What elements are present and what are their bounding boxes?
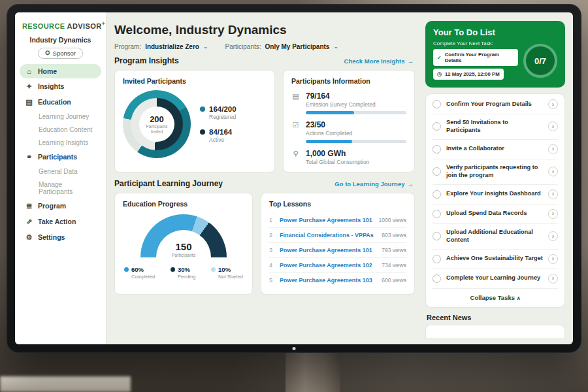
nav-item-label: Home [38, 67, 57, 75]
sidebar-item-take-action[interactable]: ⇗ Take Action [20, 214, 101, 229]
lesson-link[interactable]: Power Purchase Agreements 103 [280, 277, 376, 284]
sidebar-item-general-data[interactable]: General Data [20, 165, 101, 178]
chevron-right-icon[interactable]: › [548, 209, 558, 219]
stat-value: 23/50 [306, 120, 406, 129]
donut-center-label: Participants Invited [144, 124, 170, 135]
stat-label: Actions Completed [306, 130, 406, 137]
task-confirm-program-details[interactable]: Confirm Your Program Details › [433, 95, 558, 114]
lesson-link[interactable]: Power Purchase Agreements 101 [280, 217, 373, 223]
sidebar-item-participants[interactable]: ⚭ Participants [20, 150, 101, 165]
lesson-link[interactable]: Power Purchase Agreements 102 [280, 262, 376, 269]
task-checkbox[interactable] [433, 145, 441, 154]
sidebar-item-program[interactable]: ≣ Program [20, 199, 101, 214]
sidebar-item-education[interactable]: ▤ Education [20, 95, 101, 110]
chevron-right-icon[interactable]: › [548, 144, 558, 154]
filters-row: Program: Industrialize Zero ⌄ Participan… [114, 43, 415, 50]
nav-item-label: Manage Participants [39, 181, 96, 195]
gauge-center: 150 Participants [140, 242, 227, 257]
sidebar-item-learning-insights[interactable]: Learning Insights [20, 137, 101, 149]
task-complete-learning-journey[interactable]: Complete Your Learning Journey › [433, 269, 558, 288]
location-pin-icon: ⚲ [291, 150, 300, 165]
learning-journey-header: Participant Learning Journey Go to Learn… [114, 179, 414, 188]
go-to-learning-journey-link[interactable]: Go to Learning Journey → [335, 180, 414, 188]
sidebar-item-education-content[interactable]: Education Content [20, 123, 101, 136]
task-checkbox[interactable] [433, 100, 441, 108]
task-verify-participants[interactable]: Verify participants requesting to join t… [433, 159, 558, 185]
progress-bar [306, 140, 406, 143]
task-upload-spend-data[interactable]: Upload Spend Data Records › [433, 204, 558, 224]
legend-label: Not Started [211, 274, 243, 280]
legend-label: Active [209, 137, 232, 143]
education-icon: ▤ [25, 98, 33, 106]
legend-value: 84/164 [209, 128, 232, 136]
participants-filter[interactable]: Participants: Only My Participants ⌄ [225, 43, 338, 50]
task-achieve-sustainability-target[interactable]: Achieve One Sustainability Target › [433, 250, 558, 269]
task-explore-insights[interactable]: Explore Your Insights Dashboard › [433, 185, 558, 204]
program-insights-cards: Invited Participants 200 Participants In… [114, 70, 415, 172]
sponsor-badge-label: Sponsor [53, 50, 76, 57]
task-invite-collaborator[interactable]: Invite a Collaborator › [433, 140, 558, 159]
task-upload-educational-content[interactable]: Upload Additional Educational Content › [433, 224, 558, 250]
logo-plus: + [102, 20, 106, 27]
education-progress-card: Education Progress 150 Participants [114, 193, 253, 295]
collapse-tasks-button[interactable]: Collapse Tasks ∧ [433, 288, 558, 307]
nav-item-label: Settings [38, 233, 65, 241]
chevron-right-icon[interactable]: › [548, 122, 558, 131]
chevron-right-icon[interactable]: › [548, 189, 558, 199]
learning-journey-cards: Education Progress 150 Participants [114, 193, 415, 295]
chevron-right-icon[interactable]: › [548, 274, 558, 284]
main-content: Welcome, Industry Dynamics Program: Indu… [106, 12, 424, 344]
nav-item-label: Program [38, 202, 66, 210]
task-label: Complete Your Learning Journey [446, 274, 543, 282]
task-send-invitations[interactable]: Send 50 Invitations to Participants › [433, 114, 558, 140]
nav-item-label: Learning Insights [39, 139, 88, 146]
chevron-right-icon[interactable]: › [548, 167, 558, 176]
lesson-link[interactable]: Financial Considerations - VPPAs [280, 232, 376, 238]
sidebar-item-insights[interactable]: ✦ Insights [20, 79, 101, 94]
collapse-tasks-label: Collapse Tasks [470, 294, 515, 301]
task-checkbox[interactable] [433, 232, 441, 240]
task-checkbox[interactable] [433, 274, 441, 283]
todo-panel: Your To Do List Complete Your Next Task:… [424, 12, 573, 344]
chevron-right-icon[interactable]: › [548, 231, 558, 241]
org-name: Industry Dynamics [20, 36, 101, 44]
check-more-insights-link[interactable]: Check More Insights → [344, 57, 414, 65]
chevron-right-icon[interactable]: › [548, 99, 558, 109]
legend-item: 30% Pending [171, 266, 196, 280]
lesson-link[interactable]: Power Purchase Agreements 101 [280, 247, 376, 253]
actions-icon: ☑ [291, 121, 300, 143]
next-task-pill[interactable]: ✓ Confirm Your Program Details [433, 49, 518, 66]
sidebar-item-home[interactable]: ⌂ Home [20, 64, 101, 78]
task-checkbox[interactable] [433, 122, 441, 131]
task-checkbox[interactable] [433, 167, 441, 176]
donut-center: 200 Participants Invited [139, 106, 174, 142]
app-logo: RESOURCE ADVISOR+ [20, 19, 101, 31]
invited-participants-donut-chart: 200 Participants Invited [123, 90, 191, 158]
task-checkbox[interactable] [433, 210, 441, 218]
task-checkbox[interactable] [433, 255, 441, 263]
link-label: Check More Insights [344, 57, 405, 65]
sponsor-badge[interactable]: ✪ Sponsor [38, 48, 83, 59]
insights-icon: ✦ [25, 82, 33, 91]
sidebar-item-manage-participants[interactable]: Manage Participants [20, 178, 101, 198]
task-checkbox[interactable] [433, 190, 441, 199]
sidebar-item-settings[interactable]: ⚙ Settings [20, 230, 101, 245]
stat-label: Emission Survey Completed [306, 101, 406, 108]
participants-stats: ▤ 79/164 Emission Survey Completed [291, 91, 406, 165]
nav-item-label: Education [38, 98, 71, 106]
nav-item-label: Participants [38, 153, 77, 161]
sidebar: RESOURCE ADVISOR+ Industry Dynamics ✪ Sp… [15, 12, 106, 344]
gauge-center-value: 150 [140, 242, 227, 252]
progress-bar-fill [306, 111, 354, 114]
lesson-views: 803 views [382, 232, 406, 238]
next-task-label: Confirm Your Program Details [445, 52, 514, 63]
invited-legend: 164/200 Registered 84/164 Active [200, 105, 237, 143]
nav-item-label: General Data [39, 168, 77, 175]
task-list: Confirm Your Program Details › Send 50 I… [433, 95, 558, 288]
logo-advisor: ADVISOR [67, 22, 102, 30]
stat-body: 1,000 GWh Total Global Consumption [306, 149, 406, 165]
program-filter[interactable]: Program: Industrialize Zero ⌄ [114, 43, 208, 50]
arrow-right-icon: → [408, 57, 414, 65]
chevron-right-icon[interactable]: › [548, 254, 558, 264]
sidebar-item-learning-journey[interactable]: Learning Journey [20, 110, 101, 123]
